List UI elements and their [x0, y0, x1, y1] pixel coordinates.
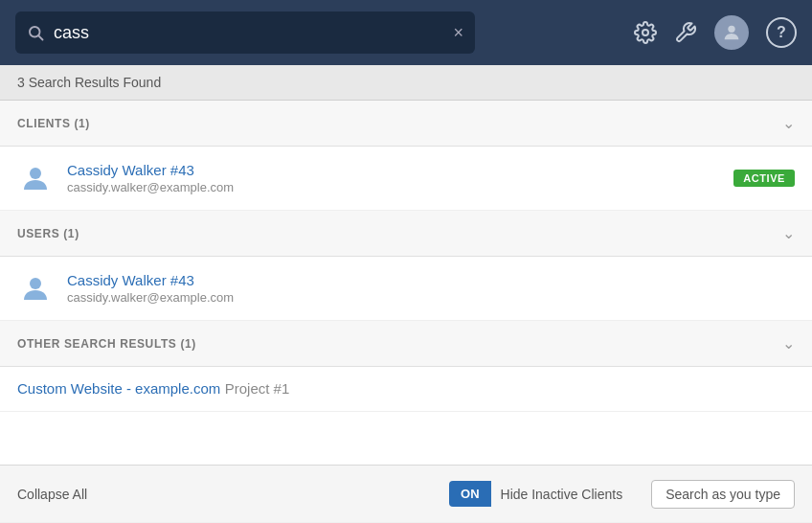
- wrench-icon[interactable]: [674, 21, 697, 44]
- client-avatar-icon: [17, 160, 54, 196]
- svg-point-3: [728, 26, 734, 33]
- svg-point-2: [643, 30, 648, 35]
- user-email: cassidy.walker@example.com: [67, 290, 795, 305]
- search-bar: ×: [15, 11, 475, 54]
- svg-line-1: [38, 35, 42, 39]
- user-avatar-icon: [17, 270, 54, 307]
- settings-icon[interactable]: [634, 21, 657, 44]
- search-input[interactable]: [54, 23, 443, 43]
- other-section-title: OTHER SEARCH RESULTS (1): [17, 337, 196, 351]
- header: × ?: [0, 0, 812, 65]
- header-icons: ?: [634, 15, 797, 50]
- other-result-project-label: Project #1: [225, 380, 290, 397]
- results-bar: 3 Search Results Found: [0, 65, 812, 101]
- users-chevron-icon: ⌄: [782, 224, 795, 242]
- active-badge: ACTIVE: [733, 170, 795, 187]
- clients-section-header[interactable]: CLIENTS (1) ⌄: [0, 101, 812, 147]
- toggle-group: ON Hide Inactive Clients: [449, 481, 622, 507]
- client-email: cassidy.walker@example.com: [67, 180, 720, 194]
- users-section-header[interactable]: USERS (1) ⌄: [0, 211, 812, 257]
- collapse-all-button[interactable]: Collapse All: [17, 481, 87, 508]
- user-name: Cassidy Walker #43: [67, 272, 795, 288]
- clients-section-title: CLIENTS (1): [17, 117, 90, 130]
- search-icon: [27, 24, 44, 41]
- other-result-link[interactable]: Custom Website - example.com: [17, 380, 220, 397]
- hide-inactive-label: Hide Inactive Clients: [501, 487, 623, 502]
- search-as-you-type-button[interactable]: Search as you type: [651, 480, 795, 509]
- results-count: 3 Search Results Found: [17, 75, 161, 90]
- user-info: Cassidy Walker #43 cassidy.walker@exampl…: [67, 272, 795, 305]
- user-result-item[interactable]: Cassidy Walker #43 cassidy.walker@exampl…: [0, 257, 812, 321]
- toggle-on-button[interactable]: ON: [449, 481, 491, 507]
- svg-point-4: [30, 168, 41, 179]
- avatar[interactable]: [714, 15, 749, 50]
- footer: Collapse All ON Hide Inactive Clients Se…: [0, 465, 812, 522]
- client-result-item[interactable]: Cassidy Walker #43 cassidy.walker@exampl…: [0, 147, 812, 211]
- other-result-item[interactable]: Custom Website - example.com Project #1: [0, 367, 812, 412]
- svg-point-5: [30, 278, 41, 289]
- other-section-header[interactable]: OTHER SEARCH RESULTS (1) ⌄: [0, 321, 812, 367]
- client-info: Cassidy Walker #43 cassidy.walker@exampl…: [67, 162, 720, 194]
- clients-chevron-icon: ⌄: [782, 114, 795, 132]
- client-name: Cassidy Walker #43: [67, 162, 720, 178]
- clear-search-button[interactable]: ×: [453, 23, 463, 43]
- help-icon[interactable]: ?: [766, 17, 797, 48]
- users-section-title: USERS (1): [17, 227, 79, 240]
- other-chevron-icon: ⌄: [782, 334, 795, 352]
- search-results: CLIENTS (1) ⌄ Cassidy Walker #43 cassidy…: [0, 101, 812, 465]
